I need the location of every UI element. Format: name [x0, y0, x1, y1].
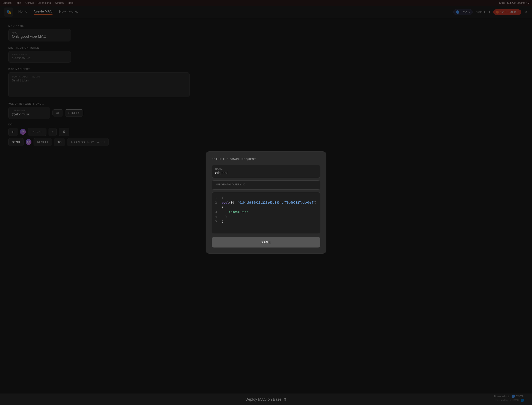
- modal: SETUP THE GRAPH REQUEST NAME ethpool SUB…: [206, 151, 326, 254]
- modal-name-field[interactable]: NAME ethpool: [212, 165, 320, 178]
- code-line-3: 3 token1Price: [215, 209, 317, 214]
- save-button[interactable]: SAVE: [212, 237, 320, 248]
- modal-subgraph-field[interactable]: SUBGRAPH QUERY ID: [212, 180, 320, 189]
- line-num-5: 5: [215, 219, 218, 223]
- code-line-1: 1 {: [215, 196, 317, 200]
- line-num-4: 4: [215, 214, 218, 219]
- line-num-1: 1: [215, 196, 218, 200]
- code-content-3: token1Price: [222, 209, 248, 214]
- line-num-2: 2: [215, 200, 218, 209]
- modal-title: SETUP THE GRAPH REQUEST: [212, 157, 320, 161]
- modal-name-value: ethpool: [215, 171, 317, 175]
- code-line-2: 2 pool(id: "0xb4cb800910b228ed3d0834cf79…: [215, 200, 317, 209]
- code-content-5: }: [222, 219, 223, 223]
- modal-name-label: NAME: [215, 168, 317, 170]
- modal-overlay[interactable]: SETUP THE GRAPH REQUEST NAME ethpool SUB…: [0, 0, 532, 405]
- modal-subgraph-label: SUBGRAPH QUERY ID: [215, 183, 317, 186]
- code-editor[interactable]: 1 { 2 pool(id: "0xb4cb800910b228ed3d0834…: [212, 192, 320, 234]
- code-line-4: 4 }: [215, 214, 317, 219]
- line-num-3: 3: [215, 209, 218, 214]
- code-content-4: }: [222, 214, 227, 219]
- code-content-1: {: [222, 196, 223, 200]
- code-line-5: 5 }: [215, 219, 317, 223]
- code-content-2: pool(id: "0xb4cb800910b228ed3d0834cf79d6…: [222, 200, 317, 209]
